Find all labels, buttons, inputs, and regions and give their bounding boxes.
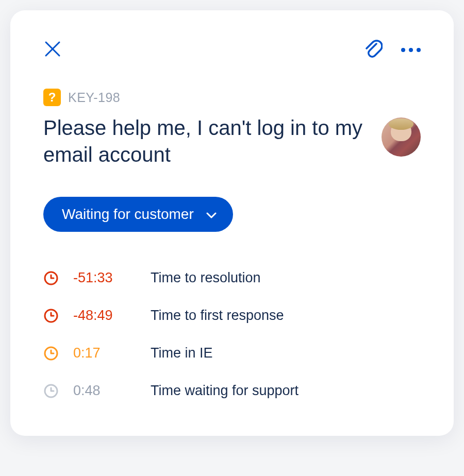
card-header (43, 39, 421, 61)
avatar[interactable] (382, 117, 421, 157)
header-actions (364, 39, 421, 61)
sla-row: -48:49Time to first response (43, 308, 421, 324)
issue-type-icon: ? (43, 89, 61, 106)
chevron-down-icon (206, 206, 217, 223)
sla-label: Time waiting for support (151, 383, 299, 399)
sla-row: 0:17Time in IE (43, 345, 421, 361)
sla-row: -51:33Time to resolution (43, 270, 421, 286)
sla-label: Time to first response (151, 308, 284, 324)
status-dropdown[interactable]: Waiting for customer (43, 197, 233, 232)
sla-label: Time in IE (151, 345, 213, 361)
sla-time: -51:33 (73, 270, 151, 286)
clock-icon (43, 383, 59, 399)
sla-row: 0:48Time waiting for support (43, 383, 421, 399)
issue-key-row: ? KEY-198 (43, 89, 421, 106)
clock-icon (43, 308, 59, 324)
issue-key[interactable]: KEY-198 (68, 90, 120, 105)
sla-list: -51:33Time to resolution-48:49Time to fi… (43, 270, 421, 399)
close-icon[interactable] (43, 40, 62, 60)
sla-time: 0:17 (73, 345, 151, 361)
status-label: Waiting for customer (62, 206, 194, 223)
attachment-icon[interactable] (364, 39, 383, 61)
clock-icon (43, 346, 59, 361)
sla-label: Time to resolution (151, 270, 261, 286)
sla-time: -48:49 (73, 308, 151, 324)
sla-time: 0:48 (73, 383, 151, 399)
clock-icon (43, 270, 59, 286)
title-row: Please help me, I can't log in to my ema… (43, 114, 421, 168)
issue-title: Please help me, I can't log in to my ema… (43, 114, 369, 168)
issue-card: ? KEY-198 Please help me, I can't log in… (10, 10, 454, 436)
more-icon[interactable] (401, 48, 421, 52)
